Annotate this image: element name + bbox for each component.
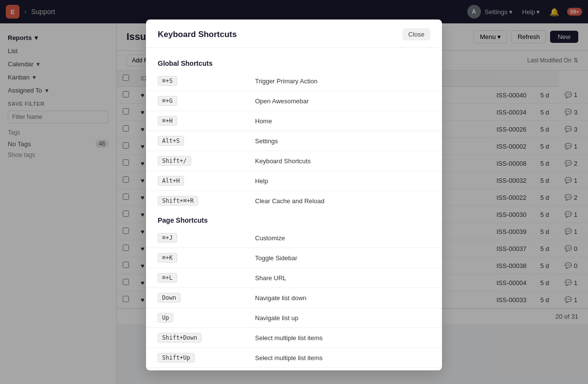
keyboard-shortcuts-modal: Keyboard Shortcuts Close Global Shortcut… [146, 19, 442, 370]
modal-body: Global Shortcuts ⌘+S Trigger Primary Act… [146, 48, 442, 370]
page-shortcuts-table: ⌘+J Customize ⌘+K Toggle Sidebar ⌘+L Sha… [146, 228, 442, 370]
shortcut-row: Enter Open list item [146, 368, 442, 371]
shortcut-key: ⌘+H [146, 111, 243, 131]
shortcut-row: ⌘+K Toggle Sidebar [146, 248, 442, 268]
modal-close-button[interactable]: Close [403, 28, 430, 40]
shortcut-key: Shift+Down [146, 328, 243, 348]
shortcut-row: Shift+Up Select multiple list items [146, 348, 442, 368]
shortcut-key: Up [146, 308, 243, 328]
modal-title: Keyboard Shortcuts [158, 30, 237, 39]
shortcut-row: ⌘+S Trigger Primary Action [146, 71, 442, 91]
shortcut-action: Trigger Primary Action [243, 71, 442, 91]
shortcut-key: Shift+/ [146, 151, 243, 171]
shortcut-key: ⌘+L [146, 268, 243, 288]
shortcut-key: Enter [146, 368, 243, 371]
global-shortcuts-table: ⌘+S Trigger Primary Action ⌘+G Open Awes… [146, 71, 442, 211]
shortcut-action: Home [243, 111, 442, 131]
shortcut-key: Alt+S [146, 131, 243, 151]
shortcut-action: Navigate list up [243, 308, 442, 328]
shortcut-action: Settings [243, 131, 442, 151]
page-shortcuts-title: Page Shortcuts [146, 211, 442, 228]
shortcut-row: ⌘+G Open Awesomebar [146, 91, 442, 111]
shortcut-action: Navigate list down [243, 288, 442, 308]
shortcut-action: Share URL [243, 268, 442, 288]
shortcut-row: Up Navigate list up [146, 308, 442, 328]
shortcut-key: ⌘+G [146, 91, 243, 111]
shortcut-row: Shift+⌘+R Clear Cache and Reload [146, 191, 442, 211]
shortcut-row: ⌘+L Share URL [146, 268, 442, 288]
modal-overlay: Keyboard Shortcuts Close Global Shortcut… [0, 0, 588, 384]
shortcut-action: Customize [243, 228, 442, 248]
shortcut-action: Help [243, 171, 442, 191]
shortcut-action: Select multiple list items [243, 348, 442, 368]
shortcut-row: Shift+/ Keyboard Shortcuts [146, 151, 442, 171]
global-shortcuts-title: Global Shortcuts [146, 54, 442, 71]
shortcut-row: ⌘+J Customize [146, 228, 442, 248]
shortcut-action: Select multiple list items [243, 328, 442, 348]
shortcut-row: Shift+Down Select multiple list items [146, 328, 442, 348]
shortcut-row: Alt+H Help [146, 171, 442, 191]
shortcut-action: Open Awesomebar [243, 91, 442, 111]
shortcut-row: Alt+S Settings [146, 131, 442, 151]
shortcut-key: ⌘+K [146, 248, 243, 268]
shortcut-action: Open list item [243, 368, 442, 371]
shortcut-key: Alt+H [146, 171, 243, 191]
shortcut-key: Shift+⌘+R [146, 191, 243, 211]
shortcut-key: ⌘+S [146, 71, 243, 91]
shortcut-action: Keyboard Shortcuts [243, 151, 442, 171]
shortcut-row: ⌘+H Home [146, 111, 442, 131]
shortcut-action: Clear Cache and Reload [243, 191, 442, 211]
shortcut-key: Shift+Up [146, 348, 243, 368]
shortcut-key: ⌘+J [146, 228, 243, 248]
shortcut-row: Down Navigate list down [146, 288, 442, 308]
shortcut-key: Down [146, 288, 243, 308]
modal-header: Keyboard Shortcuts Close [146, 19, 442, 48]
shortcut-action: Toggle Sidebar [243, 248, 442, 268]
